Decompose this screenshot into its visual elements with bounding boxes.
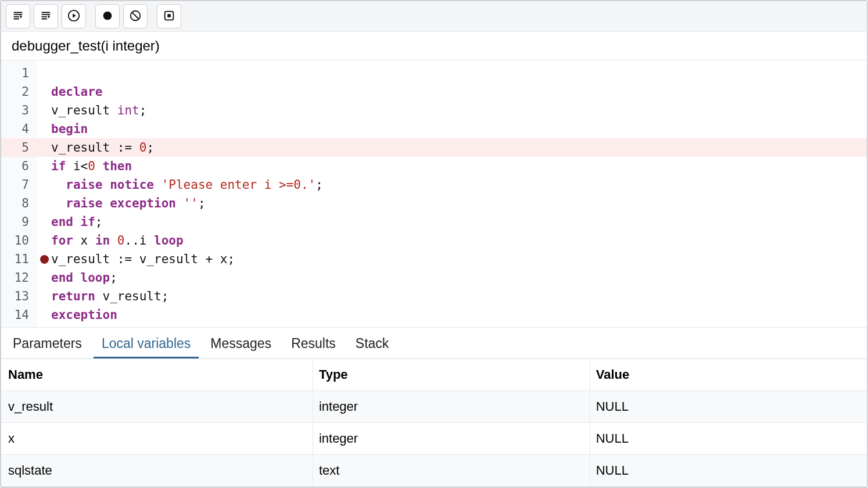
col-name[interactable]: Name [1, 359, 313, 391]
step-into-button[interactable] [6, 4, 30, 28]
function-signature: debugger_test(i integer) [1, 32, 867, 60]
breakpoint-dot-icon [40, 255, 49, 264]
breakpoint-dot-icon [101, 9, 114, 24]
svg-line-3 [132, 12, 139, 19]
breakpoint-gutter[interactable] [37, 60, 51, 327]
code-line[interactable] [51, 64, 867, 82]
line-number: 11 [1, 250, 37, 268]
locals-table: Name Type Value v_resultintegerNULLxinte… [1, 359, 867, 487]
code-line[interactable]: return v_result; [51, 287, 867, 306]
line-number: 9 [1, 213, 37, 231]
col-type[interactable]: Type [313, 359, 590, 391]
cell-value: NULL [590, 423, 867, 455]
breakpoint-slot[interactable] [37, 175, 51, 194]
breakpoint-slot[interactable] [37, 268, 51, 287]
breakpoint-slot[interactable] [37, 64, 51, 82]
cell-name: v_result [1, 391, 313, 423]
clear-circle-icon [129, 9, 142, 24]
breakpoint-slot[interactable] [37, 287, 51, 306]
line-number: 3 [1, 101, 37, 120]
breakpoint-slot[interactable] [37, 231, 51, 250]
cell-name: sqlstate [1, 455, 313, 487]
code-line[interactable]: end if; [51, 213, 867, 231]
svg-rect-5 [167, 14, 171, 17]
breakpoint-slot[interactable] [37, 157, 51, 175]
cell-type: text [313, 455, 590, 487]
line-number: 8 [1, 194, 37, 213]
table-row[interactable]: sqlstatetextNULL [1, 455, 867, 487]
breakpoint-toggle-button[interactable] [95, 4, 120, 28]
line-number: 6 [1, 157, 37, 175]
code-line[interactable]: raise exception ''; [51, 194, 867, 213]
code-line[interactable]: declare [51, 82, 867, 101]
tab-stack[interactable]: Stack [354, 333, 390, 358]
line-number-gutter: 1234567891011121314 [1, 60, 37, 327]
breakpoint-slot[interactable] [37, 250, 51, 268]
line-number: 5 [1, 138, 37, 157]
line-number: 2 [1, 82, 37, 101]
code-line[interactable]: raise notice 'Please enter i >=0.'; [51, 175, 867, 194]
cell-name: x [1, 423, 313, 455]
cell-type: integer [313, 423, 590, 455]
step-over-icon [40, 9, 52, 24]
tab-local-variables[interactable]: Local variables [101, 333, 192, 358]
code-line[interactable]: v_result := 0; [51, 138, 867, 157]
breakpoint-slot[interactable] [37, 120, 51, 138]
line-number: 13 [1, 287, 37, 306]
cell-value: NULL [590, 391, 867, 423]
debugger-panel: debugger_test(i integer) 123456789101112… [0, 0, 868, 488]
breakpoint-slot[interactable] [37, 101, 51, 120]
debug-tabs: ParametersLocal variablesMessagesResults… [1, 327, 867, 358]
continue-button[interactable] [62, 4, 86, 28]
stop-square-icon [163, 9, 175, 24]
table-row[interactable]: v_resultintegerNULL [1, 391, 867, 423]
play-circle-icon [67, 9, 80, 24]
code-line[interactable]: v_result := v_result + x; [51, 250, 867, 268]
code-line[interactable]: exception [51, 306, 867, 324]
tab-messages[interactable]: Messages [209, 333, 272, 358]
tab-parameters[interactable]: Parameters [12, 333, 83, 358]
code-line[interactable]: begin [51, 120, 867, 138]
breakpoint-slot[interactable] [37, 213, 51, 231]
line-number: 10 [1, 231, 37, 250]
breakpoint-slot[interactable] [37, 138, 51, 157]
line-number: 4 [1, 120, 37, 138]
code-editor[interactable]: 1234567891011121314 declarev_result int;… [1, 60, 867, 327]
code-line[interactable]: if i<0 then [51, 157, 867, 175]
table-row[interactable]: xintegerNULL [1, 423, 867, 455]
step-into-icon [12, 9, 24, 24]
code-area[interactable]: declarev_result int;beginv_result := 0;i… [51, 60, 867, 327]
code-line[interactable]: end loop; [51, 268, 867, 287]
line-number: 12 [1, 268, 37, 287]
col-value[interactable]: Value [590, 359, 867, 391]
line-number: 7 [1, 175, 37, 194]
locals-table-wrap: Name Type Value v_resultintegerNULLxinte… [1, 358, 867, 487]
line-number: 1 [1, 64, 37, 82]
breakpoint-slot[interactable] [37, 82, 51, 101]
tab-results[interactable]: Results [290, 333, 337, 358]
breakpoint-slot[interactable] [37, 194, 51, 213]
debugger-toolbar [1, 1, 867, 32]
stop-button[interactable] [157, 4, 181, 28]
cell-type: integer [313, 391, 590, 423]
breakpoint-slot[interactable] [37, 306, 51, 324]
step-over-button[interactable] [34, 4, 58, 28]
code-line[interactable]: v_result int; [51, 101, 867, 120]
clear-breakpoints-button[interactable] [123, 4, 148, 28]
code-line[interactable]: for x in 0..i loop [51, 231, 867, 250]
line-number: 14 [1, 306, 37, 324]
svg-point-1 [103, 11, 112, 20]
cell-value: NULL [590, 455, 867, 487]
